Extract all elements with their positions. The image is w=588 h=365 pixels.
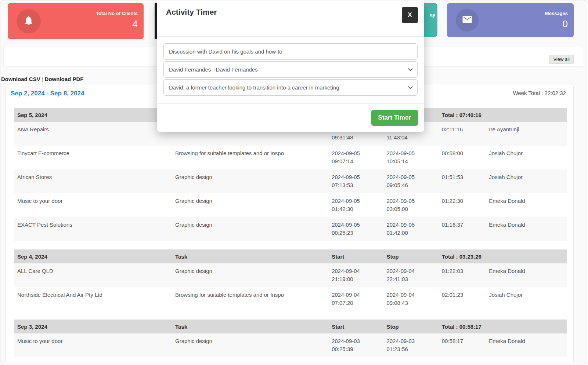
header-cell: Sep 4, 2024 (14, 253, 175, 260)
header-cell: Task (175, 253, 332, 260)
person-cell: Josiah Chujor (489, 146, 567, 169)
chevron-down-icon (408, 66, 413, 71)
day-section: Sep 4, 2024TaskStartStopTotal : 03:23:26… (14, 249, 567, 311)
header-cell: Total : 03:23:26 (442, 253, 489, 260)
stop-cell: 2024-09-0503:05:00 (386, 193, 441, 217)
download-links: Download CSV|Download PDF (1, 76, 83, 82)
task-cell: Graphic design (175, 217, 332, 241)
day-header-row: Sep 3, 2024TaskStartStopTotal : 00:58:17 (14, 320, 567, 333)
stop-cell: 2024-09-0509:05:46 (386, 169, 441, 193)
duration-cell: 01:51:53 (442, 169, 489, 193)
day-header-row: Sep 4, 2024TaskStartStopTotal : 03:23:26 (14, 249, 567, 263)
header-cell: Sep 3, 2024 (14, 324, 175, 330)
header-cell: Start (332, 324, 386, 330)
modal-close-button[interactable]: X (402, 7, 418, 23)
clients-card-label: Total No of Clients (96, 11, 138, 16)
header-cell: Stop (386, 324, 441, 330)
activity-timer-modal: Activity Timer X David Fernandes - David… (157, 0, 424, 132)
start-cell: 2024-09-0500:25:23 (332, 217, 386, 241)
header-cell: Task (175, 324, 332, 330)
client-select[interactable]: David Fernandes - David Fernandes (163, 61, 418, 78)
client-cell: African Stores (14, 169, 175, 193)
chevron-down-icon (408, 84, 413, 89)
duration-cell: 00:58:17 (442, 333, 489, 357)
hidden-card-sliver (155, 3, 157, 39)
week-date-range[interactable]: Sep 2, 2024 - Sep 8, 2024 (11, 90, 84, 97)
timesheet-table: Sep 5, 2024TaskStartStopTotal : 07:40:16… (6, 108, 573, 357)
person-cell: Josiah Chujor (489, 169, 567, 193)
client-cell: ALL Care QLD (14, 263, 175, 287)
modal-title: Activity Timer (166, 8, 217, 17)
start-cell: 2024-09-0507:13:53 (332, 169, 386, 193)
person-cell: Ire Ayantunji (489, 122, 567, 146)
client-cell: Music to your door (14, 193, 175, 217)
dashboard-page: Total No of Clients 4 ay Messages 0 View… (0, 0, 587, 364)
start-cell: 2024-09-0421:19:00 (332, 263, 386, 287)
stop-cell: 2024-09-0301:23:56 (386, 333, 441, 357)
person-cell: Josiah Chujor (489, 287, 567, 311)
messages-card-label: Messages (545, 11, 568, 16)
person-cell: Emeka Donald (489, 193, 567, 217)
view-all-button[interactable]: View all (549, 55, 574, 64)
table-row: EXACT Pest SolutionsGraphic design2024-0… (14, 217, 567, 241)
client-cell: EXACT Pest Solutions (14, 217, 175, 241)
stop-cell: 2024-09-0501:42:00 (386, 217, 441, 241)
task-cell: Graphic design (175, 169, 332, 193)
messages-card: Messages 0 (447, 3, 574, 37)
download-csv-link[interactable]: Download CSV (1, 76, 40, 82)
duration-cell: 02:11:16 (442, 122, 489, 146)
table-row: Music to your doorGraphic design2024-09-… (14, 333, 567, 357)
start-cell: 2024-09-0407:07:20 (332, 287, 386, 311)
task-cell: Graphic design (175, 333, 332, 357)
table-row: Music to your doorGraphic design2024-09-… (14, 193, 567, 217)
duration-cell: 01:22:30 (442, 193, 489, 217)
task-cell: Browsing for suitable templates and or I… (175, 146, 332, 169)
duration-cell: 02:01:23 (442, 287, 489, 311)
stop-cell: 2024-09-0422:41:03 (386, 263, 441, 287)
client-cell: Tinycart E-commerce (14, 146, 175, 169)
client-cell: ANA Repairs (14, 122, 175, 146)
table-row: Northside Electrical And Air Pty LtdBrow… (14, 287, 567, 311)
project-select-value: David: a former teacher looking to trans… (169, 84, 339, 91)
task-cell: Browsing for suitable templates and or I… (175, 287, 332, 311)
person-cell: Emeka Donald (489, 217, 567, 241)
task-cell: Graphic design (175, 263, 332, 287)
client-cell: Music to your door (14, 333, 175, 357)
table-row: ALL Care QLDGraphic design2024-09-0421:1… (14, 263, 567, 287)
start-timer-button[interactable]: Start Timer (371, 110, 418, 126)
duration-cell: 00:58:00 (442, 146, 489, 169)
duration-cell: 01:16:37 (442, 217, 489, 241)
person-cell: Emeka Donald (489, 263, 567, 287)
week-total: Week Total : 22:02:32 (513, 90, 566, 96)
clients-card: Total No of Clients 4 (8, 3, 144, 39)
client-select-value: David Fernandes - David Fernandes (169, 66, 258, 73)
start-cell: 2024-09-0300:25:39 (332, 333, 386, 357)
download-pdf-link[interactable]: Download PDF (45, 76, 84, 82)
client-cell: Northside Electrical And Air Pty Ltd (14, 287, 175, 311)
bell-icon (23, 15, 34, 28)
download-links-separator: | (42, 76, 43, 82)
table-row: African StoresGraphic design2024-09-0507… (14, 169, 567, 193)
duration-cell: 01:22:03 (442, 263, 489, 287)
person-cell: Emeka Donald (489, 333, 567, 357)
envelope-icon (462, 14, 473, 26)
header-cell: Start (332, 253, 386, 260)
start-cell: 2024-09-0501:42:30 (332, 193, 386, 217)
header-cell: Total : 07:40:16 (442, 112, 489, 118)
table-row: Tinycart E-commerceBrowsing for suitable… (14, 146, 567, 169)
header-cell: Sep 5, 2024 (14, 112, 175, 118)
header-cell: Total : 00:58:17 (442, 324, 489, 330)
start-cell: 2024-09-0509:07:14 (332, 146, 386, 169)
header-cell: Stop (386, 253, 441, 260)
messages-card-value: 0 (545, 18, 568, 30)
project-select[interactable]: David: a former teacher looking to trans… (163, 79, 418, 96)
activity-description-input[interactable] (163, 43, 418, 60)
day-section: Sep 3, 2024TaskStartStopTotal : 00:58:17… (14, 320, 567, 357)
task-cell: Graphic design (175, 193, 332, 217)
stop-cell: 2024-09-0510:05:14 (386, 146, 441, 169)
today-card-label-fragment: ay (430, 12, 435, 18)
clients-card-value: 4 (96, 18, 138, 30)
stop-cell: 2024-09-0409:08:43 (386, 287, 441, 311)
